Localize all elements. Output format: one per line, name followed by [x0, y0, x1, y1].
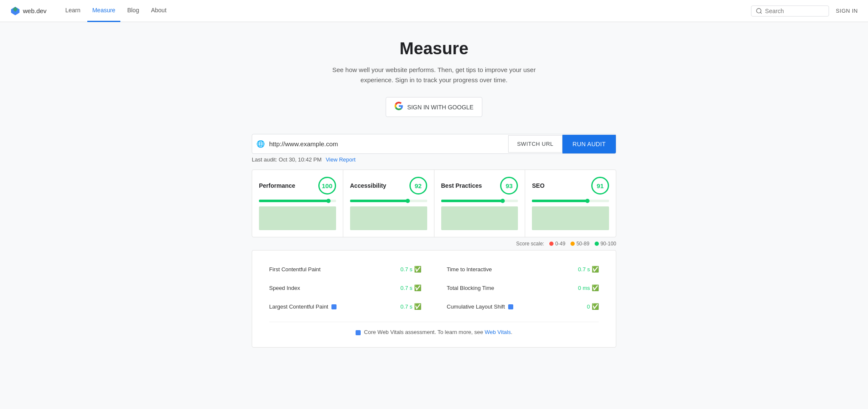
metric-lcp: Largest Contentful Paint 0.7 s ✅ [269, 300, 421, 313]
score-card-seo: SEO 91 [525, 170, 616, 237]
logo-icon [10, 6, 20, 16]
scale-range-mid: 50-89 [576, 241, 590, 247]
metric-value-text-cls: 0 [587, 303, 590, 310]
search-input[interactable] [765, 8, 824, 14]
metric-check-tbt: ✅ [592, 284, 599, 291]
score-card-best-practices: Best Practices 93 [434, 170, 526, 237]
score-thumbnail-seo [532, 206, 609, 230]
score-bar-fill-seo [532, 200, 587, 202]
scale-item-high: 90-100 [595, 241, 616, 247]
score-thumbnail-performance [259, 206, 336, 230]
score-bar-dot-best-practices [501, 199, 505, 203]
score-label-seo: SEO [532, 182, 545, 189]
metric-label-tti: Time to Interactive [447, 266, 492, 273]
url-input[interactable] [269, 134, 508, 153]
core-web-vitals-note: Core Web Vitals assessment. To learn mor… [269, 322, 599, 335]
scale-item-low: 0-49 [549, 241, 565, 247]
url-bar: 🌐 SWITCH URL RUN AUDIT [252, 134, 616, 154]
metric-value-cls: 0 ✅ [587, 303, 599, 310]
main-content: Measure See how well your website perfor… [243, 22, 625, 373]
lcp-cwv-badge [331, 304, 337, 309]
metric-fcp: First Contentful Paint 0.7 s ✅ [269, 262, 421, 276]
last-audit-info: Last audit: Oct 30, 10:42 PM View Report [252, 156, 616, 163]
sign-in-button[interactable]: SIGN IN [836, 8, 858, 14]
cls-cwv-badge [508, 304, 513, 309]
metric-row-si: Speed Index 0.7 s ✅ [269, 281, 421, 295]
metric-value-text-si: 0.7 s [401, 285, 412, 291]
metric-label-cls: Cumulative Layout Shift [447, 303, 515, 310]
metric-label-fcp: First Contentful Paint [269, 266, 320, 273]
score-card-header-best-practices: Best Practices 93 [441, 177, 518, 195]
run-audit-button[interactable]: RUN AUDIT [562, 135, 616, 153]
score-bar-fill-best-practices [441, 200, 503, 202]
nav-link-about[interactable]: About [146, 0, 172, 22]
search-icon [756, 8, 762, 14]
score-bar-track-best-practices [441, 200, 518, 202]
score-card-accessibility: Accessibility 92 [343, 170, 434, 237]
metric-tbt: Total Blocking Time 0 ms ✅ [447, 281, 599, 295]
switch-url-button[interactable]: SWITCH URL [508, 135, 562, 153]
nav-link-measure[interactable]: Measure [87, 0, 120, 22]
google-signin-label: SIGN IN WITH GOOGLE [407, 104, 473, 111]
metric-row-fcp: First Contentful Paint 0.7 s ✅ [269, 262, 421, 276]
metric-row-tti: Time to Interactive 0.7 s ✅ [447, 262, 599, 276]
page-subtitle: See how well your website performs. Then… [252, 65, 616, 85]
score-card-header-performance: Performance 100 [259, 177, 336, 195]
metric-value-text-lcp: 0.7 s [401, 303, 412, 310]
metric-value-text-tbt: 0 ms [578, 285, 590, 291]
scale-dot-low [549, 242, 554, 246]
metric-label-lcp: Largest Contentful Paint [269, 303, 338, 310]
metric-label-tbt: Total Blocking Time [447, 285, 494, 291]
score-cards: Performance 100 Accessibility 92 [252, 170, 616, 237]
page-title: Measure [252, 39, 616, 58]
score-card-header-accessibility: Accessibility 92 [350, 177, 427, 195]
metrics-box: First Contentful Paint 0.7 s ✅ Time to I… [252, 250, 616, 348]
metric-value-text-fcp: 0.7 s [401, 266, 412, 273]
score-bar-dot-performance [326, 199, 331, 203]
score-circle-performance: 100 [318, 177, 336, 195]
url-section: 🌐 SWITCH URL RUN AUDIT Last audit: Oct 3… [252, 134, 616, 163]
view-report-link[interactable]: View Report [326, 156, 356, 163]
score-scale-label: Score scale: [516, 241, 544, 247]
metric-row-tbt: Total Blocking Time 0 ms ✅ [447, 281, 599, 295]
navigation: web.dev Learn Measure Blog About SIGN IN [0, 0, 868, 22]
google-g-icon [395, 102, 403, 112]
metric-check-lcp: ✅ [414, 303, 421, 310]
metric-tti: Time to Interactive 0.7 s ✅ [447, 262, 599, 276]
nav-links: Learn Measure Blog About [60, 0, 751, 22]
logo-link[interactable]: web.dev [10, 6, 47, 16]
nav-link-blog[interactable]: Blog [122, 0, 144, 22]
google-signin-button[interactable]: SIGN IN WITH GOOGLE [386, 97, 482, 117]
score-label-best-practices: Best Practices [441, 182, 482, 189]
nav-right: SIGN IN [751, 6, 858, 17]
score-bar-track-accessibility [350, 200, 427, 202]
score-label-accessibility: Accessibility [350, 182, 387, 189]
metric-row-lcp: Largest Contentful Paint 0.7 s ✅ [269, 300, 421, 313]
metric-si: Speed Index 0.7 s ✅ [269, 281, 421, 295]
search-box[interactable] [751, 6, 829, 17]
metric-cls: Cumulative Layout Shift 0 ✅ [447, 300, 599, 313]
cwv-legend-badge [356, 330, 361, 335]
nav-link-learn[interactable]: Learn [60, 0, 86, 22]
svg-point-2 [757, 8, 761, 13]
google-logo-icon [395, 102, 403, 110]
metric-label-si: Speed Index [269, 285, 300, 291]
last-audit-text: Last audit: Oct 30, 10:42 PM [252, 156, 322, 163]
metric-value-lcp: 0.7 s ✅ [401, 303, 421, 310]
metrics-grid: First Contentful Paint 0.7 s ✅ Time to I… [269, 262, 599, 313]
metric-value-text-tti: 0.7 s [578, 266, 590, 273]
score-circle-seo: 91 [591, 177, 609, 195]
score-scale: Score scale: 0-49 50-89 90-100 [252, 241, 616, 247]
metric-value-tti: 0.7 s ✅ [578, 266, 599, 273]
cwv-text: Core Web Vitals assessment. To learn mor… [364, 329, 483, 335]
web-vitals-link[interactable]: Web Vitals [485, 329, 511, 335]
scale-dot-mid [570, 242, 575, 246]
score-circle-accessibility: 92 [409, 177, 427, 195]
score-bar-fill-accessibility [350, 200, 408, 202]
scale-dot-high [595, 242, 599, 246]
score-card-header-seo: SEO 91 [532, 177, 609, 195]
score-bar-dot-accessibility [406, 199, 410, 203]
score-bar-fill-performance [259, 200, 328, 202]
metric-check-cls: ✅ [592, 303, 599, 310]
score-bar-track-performance [259, 200, 336, 202]
